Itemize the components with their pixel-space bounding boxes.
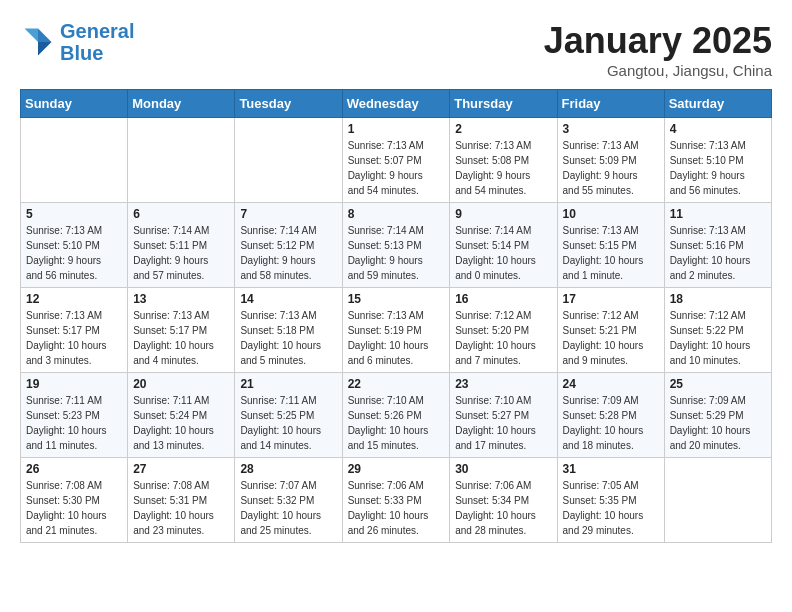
day-info: Sunrise: 7:14 AM Sunset: 5:14 PM Dayligh… xyxy=(455,223,551,283)
calendar-cell: 8Sunrise: 7:14 AM Sunset: 5:13 PM Daylig… xyxy=(342,203,450,288)
day-info: Sunrise: 7:11 AM Sunset: 5:25 PM Dayligh… xyxy=(240,393,336,453)
day-info: Sunrise: 7:13 AM Sunset: 5:08 PM Dayligh… xyxy=(455,138,551,198)
calendar-cell: 30Sunrise: 7:06 AM Sunset: 5:34 PM Dayli… xyxy=(450,458,557,543)
day-info: Sunrise: 7:13 AM Sunset: 5:17 PM Dayligh… xyxy=(26,308,122,368)
svg-marker-1 xyxy=(38,42,52,56)
calendar-cell: 16Sunrise: 7:12 AM Sunset: 5:20 PM Dayli… xyxy=(450,288,557,373)
day-number: 22 xyxy=(348,377,445,391)
day-number: 7 xyxy=(240,207,336,221)
day-number: 29 xyxy=(348,462,445,476)
day-number: 4 xyxy=(670,122,766,136)
day-number: 20 xyxy=(133,377,229,391)
day-info: Sunrise: 7:13 AM Sunset: 5:15 PM Dayligh… xyxy=(563,223,659,283)
day-number: 23 xyxy=(455,377,551,391)
logo-icon xyxy=(20,24,56,60)
calendar-cell: 3Sunrise: 7:13 AM Sunset: 5:09 PM Daylig… xyxy=(557,118,664,203)
day-info: Sunrise: 7:13 AM Sunset: 5:09 PM Dayligh… xyxy=(563,138,659,198)
calendar-cell xyxy=(664,458,771,543)
calendar-cell: 18Sunrise: 7:12 AM Sunset: 5:22 PM Dayli… xyxy=(664,288,771,373)
day-number: 12 xyxy=(26,292,122,306)
month-title: January 2025 xyxy=(544,20,772,62)
day-number: 31 xyxy=(563,462,659,476)
day-info: Sunrise: 7:06 AM Sunset: 5:33 PM Dayligh… xyxy=(348,478,445,538)
day-number: 15 xyxy=(348,292,445,306)
calendar-cell: 19Sunrise: 7:11 AM Sunset: 5:23 PM Dayli… xyxy=(21,373,128,458)
week-row-5: 26Sunrise: 7:08 AM Sunset: 5:30 PM Dayli… xyxy=(21,458,772,543)
day-info: Sunrise: 7:09 AM Sunset: 5:28 PM Dayligh… xyxy=(563,393,659,453)
day-number: 30 xyxy=(455,462,551,476)
week-row-1: 1Sunrise: 7:13 AM Sunset: 5:07 PM Daylig… xyxy=(21,118,772,203)
calendar-cell: 15Sunrise: 7:13 AM Sunset: 5:19 PM Dayli… xyxy=(342,288,450,373)
weekday-header-wednesday: Wednesday xyxy=(342,90,450,118)
day-number: 2 xyxy=(455,122,551,136)
day-info: Sunrise: 7:13 AM Sunset: 5:16 PM Dayligh… xyxy=(670,223,766,283)
day-info: Sunrise: 7:12 AM Sunset: 5:22 PM Dayligh… xyxy=(670,308,766,368)
day-info: Sunrise: 7:12 AM Sunset: 5:21 PM Dayligh… xyxy=(563,308,659,368)
logo: General Blue xyxy=(20,20,134,64)
day-info: Sunrise: 7:09 AM Sunset: 5:29 PM Dayligh… xyxy=(670,393,766,453)
calendar-cell: 13Sunrise: 7:13 AM Sunset: 5:17 PM Dayli… xyxy=(128,288,235,373)
day-number: 21 xyxy=(240,377,336,391)
day-number: 17 xyxy=(563,292,659,306)
calendar-cell: 20Sunrise: 7:11 AM Sunset: 5:24 PM Dayli… xyxy=(128,373,235,458)
day-number: 1 xyxy=(348,122,445,136)
week-row-4: 19Sunrise: 7:11 AM Sunset: 5:23 PM Dayli… xyxy=(21,373,772,458)
day-number: 3 xyxy=(563,122,659,136)
day-info: Sunrise: 7:13 AM Sunset: 5:10 PM Dayligh… xyxy=(26,223,122,283)
calendar-cell: 4Sunrise: 7:13 AM Sunset: 5:10 PM Daylig… xyxy=(664,118,771,203)
location: Gangtou, Jiangsu, China xyxy=(544,62,772,79)
calendar-cell: 22Sunrise: 7:10 AM Sunset: 5:26 PM Dayli… xyxy=(342,373,450,458)
day-number: 18 xyxy=(670,292,766,306)
calendar-cell: 26Sunrise: 7:08 AM Sunset: 5:30 PM Dayli… xyxy=(21,458,128,543)
day-number: 9 xyxy=(455,207,551,221)
day-number: 6 xyxy=(133,207,229,221)
day-number: 11 xyxy=(670,207,766,221)
calendar-cell: 27Sunrise: 7:08 AM Sunset: 5:31 PM Dayli… xyxy=(128,458,235,543)
day-info: Sunrise: 7:11 AM Sunset: 5:24 PM Dayligh… xyxy=(133,393,229,453)
weekday-header-tuesday: Tuesday xyxy=(235,90,342,118)
calendar-cell: 1Sunrise: 7:13 AM Sunset: 5:07 PM Daylig… xyxy=(342,118,450,203)
day-info: Sunrise: 7:11 AM Sunset: 5:23 PM Dayligh… xyxy=(26,393,122,453)
weekday-header-thursday: Thursday xyxy=(450,90,557,118)
day-info: Sunrise: 7:07 AM Sunset: 5:32 PM Dayligh… xyxy=(240,478,336,538)
calendar-cell xyxy=(21,118,128,203)
page-header: General Blue January 2025 Gangtou, Jiang… xyxy=(20,20,772,79)
weekday-header-sunday: Sunday xyxy=(21,90,128,118)
calendar-cell: 12Sunrise: 7:13 AM Sunset: 5:17 PM Dayli… xyxy=(21,288,128,373)
day-number: 24 xyxy=(563,377,659,391)
calendar-cell: 7Sunrise: 7:14 AM Sunset: 5:12 PM Daylig… xyxy=(235,203,342,288)
calendar-cell: 29Sunrise: 7:06 AM Sunset: 5:33 PM Dayli… xyxy=(342,458,450,543)
svg-marker-2 xyxy=(25,29,39,43)
calendar-cell: 31Sunrise: 7:05 AM Sunset: 5:35 PM Dayli… xyxy=(557,458,664,543)
calendar-cell: 14Sunrise: 7:13 AM Sunset: 5:18 PM Dayli… xyxy=(235,288,342,373)
calendar-cell: 2Sunrise: 7:13 AM Sunset: 5:08 PM Daylig… xyxy=(450,118,557,203)
calendar-cell: 5Sunrise: 7:13 AM Sunset: 5:10 PM Daylig… xyxy=(21,203,128,288)
day-number: 10 xyxy=(563,207,659,221)
day-info: Sunrise: 7:06 AM Sunset: 5:34 PM Dayligh… xyxy=(455,478,551,538)
day-number: 5 xyxy=(26,207,122,221)
calendar-cell: 24Sunrise: 7:09 AM Sunset: 5:28 PM Dayli… xyxy=(557,373,664,458)
weekday-header-friday: Friday xyxy=(557,90,664,118)
day-number: 25 xyxy=(670,377,766,391)
calendar-cell: 6Sunrise: 7:14 AM Sunset: 5:11 PM Daylig… xyxy=(128,203,235,288)
day-info: Sunrise: 7:13 AM Sunset: 5:19 PM Dayligh… xyxy=(348,308,445,368)
day-number: 26 xyxy=(26,462,122,476)
day-info: Sunrise: 7:14 AM Sunset: 5:13 PM Dayligh… xyxy=(348,223,445,283)
weekday-header-monday: Monday xyxy=(128,90,235,118)
calendar-cell: 28Sunrise: 7:07 AM Sunset: 5:32 PM Dayli… xyxy=(235,458,342,543)
calendar-cell: 10Sunrise: 7:13 AM Sunset: 5:15 PM Dayli… xyxy=(557,203,664,288)
logo-text-blue: Blue xyxy=(60,42,134,64)
weekday-header-saturday: Saturday xyxy=(664,90,771,118)
calendar-cell xyxy=(128,118,235,203)
day-number: 14 xyxy=(240,292,336,306)
week-row-2: 5Sunrise: 7:13 AM Sunset: 5:10 PM Daylig… xyxy=(21,203,772,288)
day-info: Sunrise: 7:14 AM Sunset: 5:12 PM Dayligh… xyxy=(240,223,336,283)
calendar-cell: 23Sunrise: 7:10 AM Sunset: 5:27 PM Dayli… xyxy=(450,373,557,458)
weekday-header-row: SundayMondayTuesdayWednesdayThursdayFrid… xyxy=(21,90,772,118)
calendar-cell: 9Sunrise: 7:14 AM Sunset: 5:14 PM Daylig… xyxy=(450,203,557,288)
day-number: 13 xyxy=(133,292,229,306)
day-info: Sunrise: 7:13 AM Sunset: 5:17 PM Dayligh… xyxy=(133,308,229,368)
calendar-cell: 25Sunrise: 7:09 AM Sunset: 5:29 PM Dayli… xyxy=(664,373,771,458)
day-info: Sunrise: 7:08 AM Sunset: 5:30 PM Dayligh… xyxy=(26,478,122,538)
day-info: Sunrise: 7:10 AM Sunset: 5:27 PM Dayligh… xyxy=(455,393,551,453)
